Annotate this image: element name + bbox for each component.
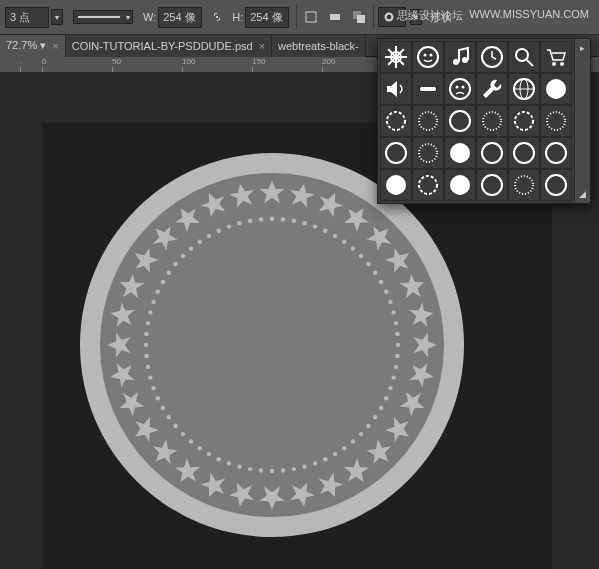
close-icon[interactable]: × xyxy=(52,40,58,52)
svg-point-33 xyxy=(198,446,202,450)
svg-point-64 xyxy=(292,219,296,223)
svg-point-28 xyxy=(248,467,252,471)
shape-ring3[interactable] xyxy=(540,169,572,201)
svg-point-119 xyxy=(514,143,534,163)
shape-circle2[interactable] xyxy=(444,137,476,169)
shape-globe[interactable] xyxy=(508,73,540,105)
svg-point-54 xyxy=(189,246,193,250)
svg-point-58 xyxy=(227,224,231,228)
tab-webtreats[interactable]: webtreats-black- xyxy=(272,35,366,57)
height-label: H: xyxy=(232,11,243,23)
svg-point-120 xyxy=(546,143,566,163)
svg-point-90 xyxy=(424,54,427,57)
shape-ring-dash[interactable] xyxy=(380,105,412,137)
shape-ring-dash2[interactable] xyxy=(508,105,540,137)
panel-resize-icon[interactable]: ◢ xyxy=(578,189,588,199)
svg-point-39 xyxy=(156,396,160,400)
svg-point-49 xyxy=(156,290,160,294)
svg-point-62 xyxy=(270,217,274,221)
shape-search[interactable] xyxy=(508,41,540,73)
height-input[interactable]: 254 像 xyxy=(245,7,289,28)
shape-cart[interactable] xyxy=(540,41,572,73)
shape-gear[interactable] xyxy=(380,41,412,73)
shape-sound[interactable] xyxy=(380,73,412,105)
shape-minus[interactable] xyxy=(412,73,444,105)
svg-point-5 xyxy=(387,15,392,20)
svg-point-91 xyxy=(430,54,433,57)
svg-point-47 xyxy=(148,310,152,314)
svg-point-59 xyxy=(237,221,241,225)
shape-circle3[interactable] xyxy=(380,169,412,201)
svg-point-31 xyxy=(217,457,221,461)
svg-point-67 xyxy=(323,229,327,233)
link-wh-icon[interactable] xyxy=(209,9,225,25)
svg-line-98 xyxy=(527,60,533,66)
shape-ring-dots5[interactable] xyxy=(508,169,540,201)
svg-point-112 xyxy=(483,112,501,130)
shape-wrench[interactable] xyxy=(476,73,508,105)
path-arrange[interactable] xyxy=(349,7,369,27)
stroke-dropdown[interactable]: ▾ xyxy=(51,9,63,25)
watermark: 思缘设计论坛 WWW.MISSYUAN.COM xyxy=(397,8,589,23)
svg-point-7 xyxy=(100,173,444,517)
shape-ring-dots[interactable] xyxy=(412,105,444,137)
shape-sad[interactable] xyxy=(444,73,476,105)
svg-point-48 xyxy=(151,300,155,304)
svg-point-113 xyxy=(515,112,533,130)
svg-point-74 xyxy=(379,280,383,284)
svg-point-22 xyxy=(313,461,317,465)
svg-point-23 xyxy=(302,465,306,469)
svg-rect-3 xyxy=(357,15,365,23)
tab-zoom[interactable]: 72.7% ▾× xyxy=(0,35,66,57)
path-align-1[interactable] xyxy=(301,7,321,27)
svg-point-118 xyxy=(482,143,502,163)
shape-circle[interactable] xyxy=(540,73,572,105)
shape-clock[interactable] xyxy=(476,41,508,73)
svg-point-89 xyxy=(418,47,438,67)
shape-ring-dots4[interactable] xyxy=(412,137,444,169)
custom-shape-picker: ▸ ◢ xyxy=(377,38,591,204)
svg-point-50 xyxy=(161,280,165,284)
shape-ring-dots2[interactable] xyxy=(476,105,508,137)
coin-shape[interactable] xyxy=(80,153,464,537)
tab-coin-tutorial[interactable]: COIN-TUTORIAL-BY-PSDDUDE.psd× xyxy=(66,35,272,57)
shape-smiley[interactable] xyxy=(412,41,444,73)
svg-point-13 xyxy=(384,396,388,400)
svg-point-41 xyxy=(148,375,152,379)
shape-music[interactable] xyxy=(444,41,476,73)
close-icon[interactable]: × xyxy=(259,40,265,52)
svg-rect-1 xyxy=(330,14,340,20)
panel-menu-icon[interactable]: ▸ xyxy=(578,43,588,53)
shape-ring[interactable] xyxy=(444,105,476,137)
shape-ring-thick[interactable] xyxy=(508,137,540,169)
svg-point-70 xyxy=(351,246,355,250)
path-align-2[interactable] xyxy=(325,7,345,27)
shape-ring-thin[interactable] xyxy=(476,137,508,169)
shape-ring2[interactable] xyxy=(476,169,508,201)
svg-point-61 xyxy=(259,217,263,221)
svg-point-104 xyxy=(462,86,465,89)
svg-point-78 xyxy=(394,321,398,325)
svg-point-52 xyxy=(173,262,177,266)
shape-ring-dash3[interactable] xyxy=(412,169,444,201)
svg-point-26 xyxy=(270,469,274,473)
panel-scrollbar[interactable]: ▸ ◢ xyxy=(574,39,590,203)
svg-point-63 xyxy=(281,217,285,221)
svg-point-30 xyxy=(227,461,231,465)
width-input[interactable]: 254 像 xyxy=(158,7,202,28)
svg-point-51 xyxy=(167,271,171,275)
svg-point-38 xyxy=(161,406,165,410)
shape-circle4[interactable] xyxy=(444,169,476,201)
stroke-style-preview[interactable]: ▾ xyxy=(73,10,133,24)
svg-point-126 xyxy=(546,175,566,195)
svg-point-44 xyxy=(144,343,148,347)
svg-point-12 xyxy=(388,386,392,390)
stroke-width-input[interactable]: 3 点 xyxy=(5,7,49,28)
shape-ring-stars[interactable] xyxy=(380,137,412,169)
shape-ring-seg[interactable] xyxy=(540,137,572,169)
svg-point-10 xyxy=(394,365,398,369)
shape-ring-dots3[interactable] xyxy=(540,105,572,137)
svg-point-108 xyxy=(546,79,566,99)
svg-point-77 xyxy=(392,310,396,314)
svg-point-55 xyxy=(198,240,202,244)
